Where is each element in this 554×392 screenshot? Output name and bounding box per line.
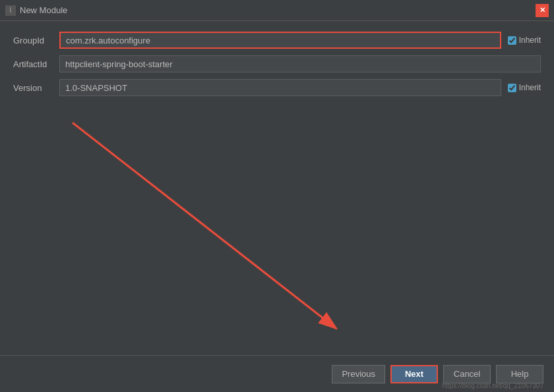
version-row: Version Inherit (13, 79, 541, 96)
groupid-label: GroupId (13, 36, 59, 45)
help-button[interactable]: Help (496, 365, 543, 383)
close-button[interactable]: ✕ (536, 4, 549, 17)
artifactid-input-wrapper (59, 55, 541, 72)
svg-line-1 (73, 123, 336, 328)
groupid-input-wrapper (59, 32, 501, 49)
version-inherit-wrapper: Inherit (508, 83, 541, 92)
previous-button[interactable]: Previous (332, 365, 385, 383)
groupid-inherit-wrapper: Inherit (508, 36, 541, 45)
dialog-title: New Module (20, 5, 67, 15)
artifactid-label: ArtifactId (13, 59, 59, 69)
cancel-button[interactable]: Cancel (443, 365, 491, 383)
next-button[interactable]: Next (390, 365, 438, 383)
version-label: Version (13, 83, 59, 93)
groupid-input[interactable] (59, 32, 501, 49)
artifactid-input[interactable] (59, 55, 541, 72)
groupid-inherit-label: Inherit (519, 36, 541, 45)
version-inherit-label: Inherit (519, 83, 541, 92)
groupid-row: GroupId Inherit (13, 32, 541, 49)
main-content: GroupId Inherit ArtifactId Version Inher… (0, 21, 554, 355)
watermark-text: https://blog.csdn.net/qq_21067307 (443, 382, 543, 389)
title-bar-left: I New Module (5, 5, 67, 16)
artifactid-row: ArtifactId (13, 55, 541, 72)
empty-area (13, 103, 541, 355)
groupid-inherit-checkbox[interactable] (508, 36, 516, 45)
bottom-bar: Previous Next Cancel Help https://blog.c… (0, 355, 554, 392)
version-input-wrapper (59, 79, 501, 96)
app-icon: I (5, 5, 16, 16)
version-inherit-checkbox[interactable] (508, 84, 516, 92)
title-bar: I New Module ✕ (0, 0, 554, 21)
version-input[interactable] (59, 79, 501, 96)
arrow-svg (13, 103, 541, 355)
